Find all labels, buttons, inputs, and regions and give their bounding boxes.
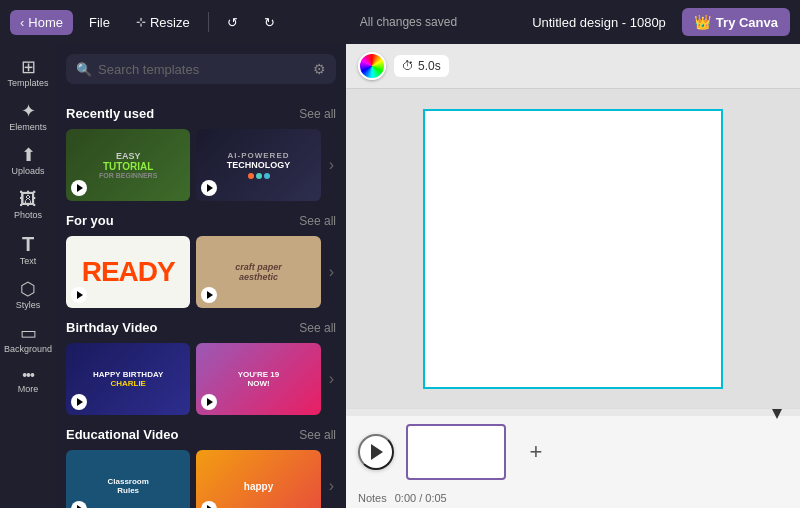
undo-icon: ↺ (227, 15, 238, 30)
home-button[interactable]: ‹ Home (10, 10, 73, 35)
sidebar-item-styles[interactable]: ⬡ Styles (3, 274, 53, 316)
template-thumb-edu2[interactable]: happy (196, 450, 320, 508)
try-canva-button[interactable]: 👑 Try Canva (682, 8, 790, 36)
timeline-clip[interactable] (406, 424, 506, 480)
ready-text: READY (82, 256, 175, 288)
template-thumb-ready[interactable]: READY (66, 236, 190, 308)
play-icon (371, 444, 383, 460)
sidebar-item-photos[interactable]: 🖼 Photos (3, 184, 53, 226)
thumb-play-btn[interactable] (71, 180, 87, 196)
canvas-area: ⏱ 5.0s ‹ + Notes (346, 44, 800, 508)
thumb-content-ai: AI-POWERED TECHNOLOGY (196, 129, 320, 201)
thumb-play-btn-edu1[interactable] (71, 501, 87, 508)
template-thumb-birthday1[interactable]: HAPPY BIRTHDAYCHARLIE (66, 343, 190, 415)
template-thumb-ai-powered[interactable]: AI-POWERED TECHNOLOGY (196, 129, 320, 201)
sidebar-item-background[interactable]: ▭ Background (3, 318, 53, 360)
template-thumb-edu1[interactable]: ClassroomRules (66, 450, 190, 508)
notes-label: Notes (358, 492, 387, 504)
thumb-play-btn-ready[interactable] (71, 287, 87, 303)
clock-icon: ⏱ (402, 59, 414, 73)
sidebar-item-more[interactable]: ••• More (3, 362, 53, 400)
templates-icon: ⊞ (21, 58, 36, 76)
birthday-section-header: Birthday Video See all (66, 320, 336, 335)
timeline-scrubber[interactable] (346, 409, 800, 416)
thumb-play-btn-ai[interactable] (201, 180, 217, 196)
sidebar-item-uploads[interactable]: ⬆ Uploads (3, 140, 53, 182)
top-navigation: ‹ Home File ⊹ Resize ↺ ↻ All changes sav… (0, 0, 800, 44)
thumb-content-edu2: happy (196, 450, 320, 508)
templates-panel: 🔍 ⚙ Recently used See all EASY TUTORIAL … (56, 44, 346, 508)
for-you-section-header: For you See all (66, 213, 336, 228)
photos-icon: 🖼 (19, 190, 37, 208)
thumb-play-btn-birthday1[interactable] (71, 394, 87, 410)
time-display: 0:00 / 0:05 (395, 492, 447, 504)
thumb-content-ready: READY (66, 236, 190, 308)
canvas-frame (423, 109, 723, 389)
row-arrow-educational[interactable]: › (327, 475, 336, 497)
recently-used-row: EASY TUTORIAL FOR BEGINNERS AI-POWERED T… (66, 129, 336, 201)
crown-icon: 👑 (694, 14, 711, 30)
sidebar-item-templates[interactable]: ⊞ Templates (3, 52, 53, 94)
redo-button[interactable]: ↻ (254, 10, 285, 35)
thumb-content-birthday1: HAPPY BIRTHDAYCHARLIE (66, 343, 190, 415)
filter-button[interactable]: ⚙ (313, 61, 326, 77)
text-icon: T (22, 234, 34, 254)
birthday-see-all[interactable]: See all (299, 321, 336, 335)
elements-icon: ✦ (21, 102, 36, 120)
redo-icon: ↻ (264, 15, 275, 30)
thumb-play-btn-edu2[interactable] (201, 501, 217, 508)
search-input[interactable] (98, 62, 307, 77)
uploads-icon: ⬆ (21, 146, 36, 164)
educational-see-all[interactable]: See all (299, 428, 336, 442)
duration-badge[interactable]: ⏱ 5.0s (394, 55, 449, 77)
thumb-play-btn-craft[interactable] (201, 287, 217, 303)
timeline-footer: Notes 0:00 / 0:05 (346, 488, 800, 508)
thumb-content: EASY TUTORIAL FOR BEGINNERS (66, 129, 190, 201)
nav-divider (208, 12, 209, 32)
resize-icon: ⊹ (136, 15, 146, 29)
play-button[interactable] (358, 434, 394, 470)
educational-section-header: Educational Video See all (66, 427, 336, 442)
duration-value: 5.0s (418, 59, 441, 73)
document-title: Untitled design - 1080p (532, 15, 666, 30)
row-arrow-recently-used[interactable]: › (327, 154, 336, 176)
search-bar: 🔍 ⚙ (66, 54, 336, 84)
sidebar-icons: ⊞ Templates ✦ Elements ⬆ Uploads 🖼 Photo… (0, 44, 56, 508)
background-icon: ▭ (20, 324, 37, 342)
sidebar-item-elements[interactable]: ✦ Elements (3, 96, 53, 138)
save-status: All changes saved (360, 15, 457, 29)
thumb-content-edu1: ClassroomRules (66, 450, 190, 508)
sidebar-item-text[interactable]: T Text (3, 228, 53, 272)
template-thumb-easy-tutorial[interactable]: EASY TUTORIAL FOR BEGINNERS (66, 129, 190, 201)
main-area: ⊞ Templates ✦ Elements ⬆ Uploads 🖼 Photo… (0, 44, 800, 508)
for-you-row: READY craft paperaesthetic › (66, 236, 336, 308)
recently-used-see-all[interactable]: See all (299, 107, 336, 121)
timeline-area: + Notes 0:00 / 0:05 (346, 408, 800, 508)
thumb-play-btn-birthday2[interactable] (201, 394, 217, 410)
for-you-see-all[interactable]: See all (299, 214, 336, 228)
color-swatch[interactable] (358, 52, 386, 80)
undo-button[interactable]: ↺ (217, 10, 248, 35)
canvas-main[interactable]: ‹ (346, 89, 800, 408)
recently-used-section-header: Recently used See all (66, 106, 336, 121)
resize-button[interactable]: ⊹ Resize (126, 10, 200, 35)
row-arrow-for-you[interactable]: › (327, 261, 336, 283)
file-button[interactable]: File (79, 10, 120, 35)
educational-row: ClassroomRules happy › (66, 450, 336, 508)
thumb-content-birthday2: YOU'RE 19NOW! (196, 343, 320, 415)
chevron-left-icon: ‹ (20, 15, 24, 30)
styles-icon: ⬡ (20, 280, 36, 298)
canvas-toolbar: ⏱ 5.0s (346, 44, 800, 89)
templates-scroll: Recently used See all EASY TUTORIAL FOR … (56, 94, 346, 508)
timeline-content: + (346, 416, 800, 488)
search-icon: 🔍 (76, 62, 92, 77)
more-icon: ••• (22, 368, 34, 382)
birthday-row: HAPPY BIRTHDAYCHARLIE YOU'RE 19NOW! › (66, 343, 336, 415)
add-clip-button[interactable]: + (518, 434, 554, 470)
thumb-content-craft: craft paperaesthetic (196, 236, 320, 308)
row-arrow-birthday[interactable]: › (327, 368, 336, 390)
template-thumb-craft[interactable]: craft paperaesthetic (196, 236, 320, 308)
scrubber-line (776, 409, 778, 416)
template-thumb-birthday2[interactable]: YOU'RE 19NOW! (196, 343, 320, 415)
